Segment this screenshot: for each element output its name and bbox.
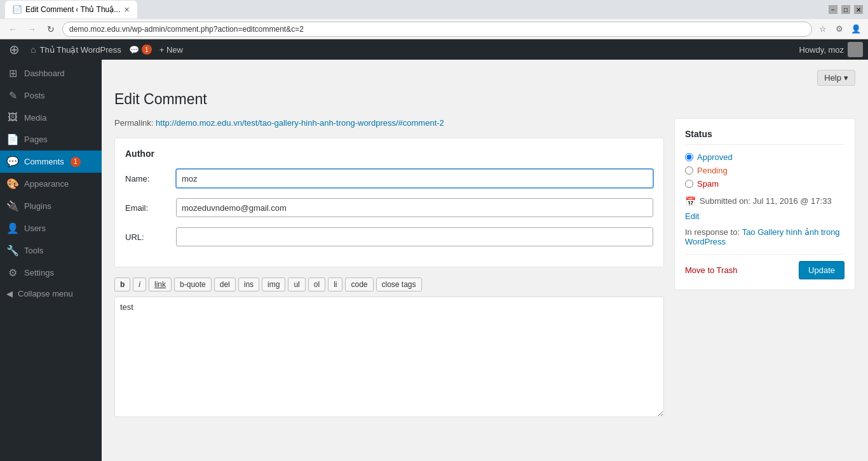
- bookmark-icon[interactable]: ☆: [816, 22, 830, 36]
- maximize-button[interactable]: □: [841, 5, 850, 14]
- wp-topbar: ⊕ ⌂ Thủ Thuật WordPress 💬 1 + New Howdy,…: [0, 39, 868, 60]
- approved-radio[interactable]: [685, 153, 693, 161]
- status-title: Status: [685, 129, 844, 145]
- link-button[interactable]: link: [149, 277, 172, 291]
- del-button[interactable]: del: [214, 277, 236, 291]
- wp-body: ⊞ Dashboard ✎ Posts 🖼 Media 📄 Pages 💬 Co…: [0, 60, 868, 461]
- sidebar-item-appearance[interactable]: 🎨 Appearance: [0, 173, 102, 195]
- close-window-button[interactable]: ✕: [854, 5, 863, 14]
- sidebar-label-appearance: Appearance: [24, 179, 69, 189]
- forward-button[interactable]: →: [24, 22, 39, 37]
- trash-link[interactable]: Move to Trash: [685, 265, 737, 275]
- img-button[interactable]: img: [262, 277, 285, 291]
- minimize-button[interactable]: −: [829, 5, 837, 14]
- content-area: Permalink: http://demo.moz.edu.vn/test/t…: [114, 118, 855, 419]
- help-button[interactable]: Help ▾: [817, 70, 855, 86]
- tools-icon: 🔧: [6, 244, 19, 257]
- ol-button[interactable]: ol: [308, 277, 325, 291]
- sidebar-item-settings[interactable]: ⚙ Settings: [0, 262, 102, 284]
- comments-icon: 💬: [129, 45, 139, 55]
- code-button[interactable]: code: [345, 277, 373, 291]
- topbar-site[interactable]: ⌂ Thủ Thuật WordPress: [31, 44, 121, 55]
- wp-admin: ⊕ ⌂ Thủ Thuật WordPress 💬 1 + New Howdy,…: [0, 39, 868, 461]
- wp-sidebar: ⊞ Dashboard ✎ Posts 🖼 Media 📄 Pages 💬 Co…: [0, 60, 102, 461]
- dashboard-icon: ⊞: [6, 67, 19, 79]
- comment-form-box: Author Name: Email: URL:: [114, 138, 664, 267]
- sidebar-item-tools[interactable]: 🔧 Tools: [0, 239, 102, 262]
- status-actions: Move to Trash Update: [685, 254, 844, 279]
- email-label: Email:: [125, 203, 176, 213]
- browser-chrome: 📄 Edit Comment ‹ Thủ Thuậ... ✕ − □ ✕ ← →…: [0, 0, 868, 39]
- ins-button[interactable]: ins: [238, 277, 259, 291]
- sidebar-label-settings: Settings: [24, 268, 54, 277]
- status-option-spam[interactable]: Spam: [685, 179, 844, 189]
- back-button[interactable]: ←: [5, 22, 20, 37]
- italic-button[interactable]: i: [133, 277, 146, 291]
- pending-radio[interactable]: [685, 166, 693, 175]
- sidebar-item-posts[interactable]: ✎ Posts: [0, 84, 102, 107]
- address-bar[interactable]: [62, 22, 812, 37]
- sidebar-label-posts: Posts: [24, 91, 45, 100]
- comments-sidebar-badge: 1: [71, 157, 81, 167]
- help-label: Help: [824, 73, 841, 83]
- comment-textarea[interactable]: test: [114, 297, 664, 417]
- author-heading: Author: [125, 149, 653, 159]
- edit-link[interactable]: Edit: [685, 211, 844, 221]
- pending-label: Pending: [697, 166, 728, 175]
- users-icon: 👤: [6, 222, 19, 234]
- sidebar-item-users[interactable]: 👤 Users: [0, 217, 102, 239]
- sidebar-label-comments: Comments: [24, 157, 64, 166]
- user-avatar[interactable]: [848, 42, 863, 57]
- bquote-button[interactable]: b-quote: [174, 277, 212, 291]
- submitted-text: Submitted on: Jul 11, 2016 @ 17:33: [700, 196, 832, 206]
- browser-tab[interactable]: 📄 Edit Comment ‹ Thủ Thuậ... ✕: [5, 1, 137, 18]
- comments-sidebar-icon: 💬: [6, 156, 19, 168]
- sidebar-item-comments[interactable]: 💬 Comments 1: [0, 150, 102, 173]
- collapse-label: Collapse menu: [18, 289, 73, 298]
- topbar-new[interactable]: + New: [159, 45, 183, 55]
- close-tags-button[interactable]: close tags: [376, 277, 422, 291]
- calendar-icon: 📅: [685, 196, 696, 206]
- status-option-pending[interactable]: Pending: [685, 166, 844, 175]
- profile-icon[interactable]: 👤: [849, 22, 863, 36]
- main-column: Permalink: http://demo.moz.edu.vn/test/t…: [114, 118, 664, 419]
- status-box: Status Approved Pending: [674, 118, 855, 290]
- pages-icon: 📄: [6, 133, 19, 145]
- status-option-approved[interactable]: Approved: [685, 152, 844, 162]
- name-input[interactable]: [176, 169, 653, 188]
- new-label: + New: [159, 45, 183, 55]
- spam-radio[interactable]: [685, 180, 693, 188]
- tab-close-icon[interactable]: ✕: [124, 6, 130, 14]
- tab-title: Edit Comment ‹ Thủ Thuậ...: [25, 5, 120, 14]
- url-label: URL:: [125, 232, 176, 242]
- comments-badge: 1: [142, 44, 152, 55]
- ul-button[interactable]: ul: [288, 277, 305, 291]
- collapse-menu-button[interactable]: ◀ Collapse menu: [0, 284, 102, 304]
- bold-button[interactable]: b: [114, 277, 130, 291]
- url-input[interactable]: [176, 227, 653, 246]
- topbar-comments[interactable]: 💬 1: [129, 44, 152, 55]
- sidebar-item-pages[interactable]: 📄 Pages: [0, 128, 102, 150]
- home-icon: ⌂: [31, 44, 36, 55]
- permalink-row: Permalink: http://demo.moz.edu.vn/test/t…: [114, 118, 664, 128]
- permalink-link[interactable]: http://demo.moz.edu.vn/test/tao-gallery-…: [156, 118, 444, 128]
- update-button[interactable]: Update: [799, 261, 844, 279]
- sidebar-item-media[interactable]: 🖼 Media: [0, 107, 102, 128]
- extensions-icon[interactable]: ⚙: [832, 22, 846, 36]
- topbar-left: ⊕ ⌂ Thủ Thuật WordPress 💬 1 + New: [5, 41, 183, 58]
- site-name: Thủ Thuật WordPress: [39, 45, 121, 55]
- wp-logo-icon[interactable]: ⊕: [5, 41, 23, 58]
- spam-label: Spam: [697, 179, 719, 189]
- status-options: Approved Pending Spam: [685, 152, 844, 189]
- sidebar-item-dashboard[interactable]: ⊞ Dashboard: [0, 62, 102, 84]
- email-input[interactable]: [176, 198, 653, 217]
- name-row: Name:: [125, 169, 653, 188]
- sidebar-label-users: Users: [24, 224, 46, 233]
- li-button[interactable]: li: [328, 277, 342, 291]
- reload-button[interactable]: ↻: [43, 22, 58, 37]
- topbar-right: Howdy, moz: [799, 42, 863, 57]
- sidebar-item-plugins[interactable]: 🔌 Plugins: [0, 195, 102, 217]
- plugins-icon: 🔌: [6, 200, 19, 212]
- approved-label: Approved: [697, 152, 733, 162]
- browser-titlebar: 📄 Edit Comment ‹ Thủ Thuậ... ✕ − □ ✕: [0, 0, 868, 19]
